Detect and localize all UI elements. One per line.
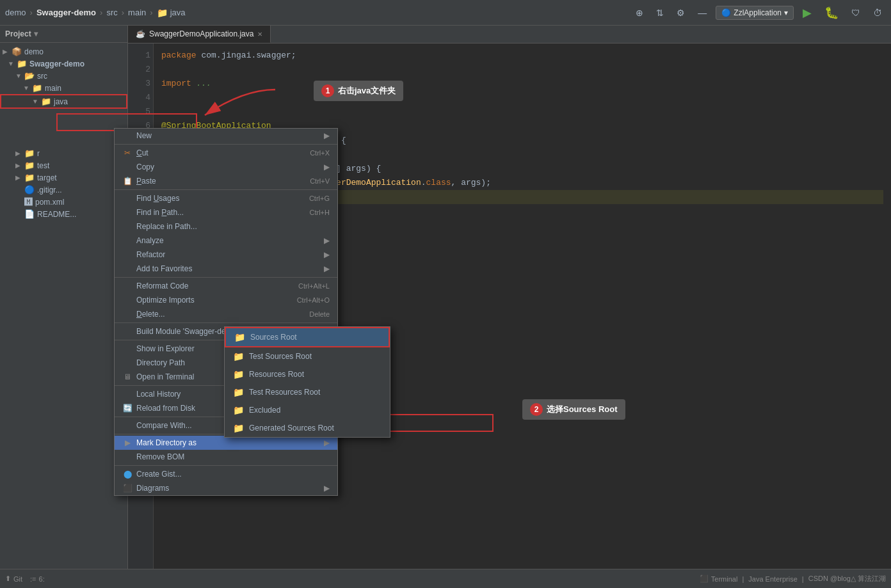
tree-label-demo: demo (24, 47, 44, 56)
submenu-label-sources: Sources Root (250, 333, 297, 342)
test-sources-icon: 📁 (232, 351, 244, 362)
java-enterprise-label: Java Enterprise (748, 575, 797, 583)
tree-item-main[interactable]: ▼ 📁 main (0, 82, 127, 94)
tree-arrow-src: ▼ (15, 72, 23, 79)
statusbar-git[interactable]: ⬆ Git (5, 575, 22, 583)
menu-separator-1 (115, 144, 337, 145)
callout-1: 1 右击java文件夹 (314, 81, 403, 101)
menu-label-analyze: Analyze (136, 236, 317, 245)
submenu-resources[interactable]: 📁 Resources Root (225, 365, 390, 383)
menu-item-favorites[interactable]: Add to Favorites ▶ (115, 262, 337, 276)
app-dropdown[interactable]: 🔵 ZzlApplication ▾ (716, 6, 794, 20)
paste-shortcut: Ctrl+V (310, 177, 330, 185)
tree-label-src: src (37, 72, 47, 81)
tree-arrow-swagger: ▼ (8, 60, 15, 67)
submenu-label-test-resources: Test Resources Root (249, 388, 320, 397)
menu-item-remove-bom[interactable]: Remove BOM (115, 450, 337, 464)
tree-item-r[interactable]: ▶ 📁 r (0, 147, 127, 159)
submenu-sources-root[interactable]: 📁 Sources Root (225, 327, 390, 347)
tree-label-readme: README... (37, 210, 76, 219)
menu-label-delete: Delete... (136, 310, 305, 319)
settings-button[interactable]: ⚙ (673, 6, 689, 19)
tree-item-swagger[interactable]: ▼ 📁 Swagger-demo (0, 58, 127, 70)
menu-item-replace[interactable]: Replace in Path... (115, 219, 337, 234)
breadcrumb-src: src (106, 8, 117, 17)
tree-arrow-test: ▶ (15, 162, 23, 169)
submenu-label-test: Test Sources Root (249, 352, 312, 361)
paste-icon: 📋 (122, 177, 132, 186)
editor-tab-main[interactable]: ☕ SwaggerDemoApplication.java ✕ (128, 26, 271, 43)
debug-button[interactable]: 🐛 (821, 4, 842, 21)
coverage-button[interactable]: 🛡 (847, 6, 864, 19)
mark-dir-icon: ▶ (122, 438, 132, 447)
menu-item-find-path[interactable]: Find in Path... Ctrl+H (115, 205, 337, 219)
tree-item-target[interactable]: ▶ 📁 target (0, 171, 127, 184)
layout-button[interactable]: ⇅ (652, 6, 668, 19)
profile-button[interactable]: ⏱ (869, 6, 886, 19)
menu-item-reformat[interactable]: Reformat Code Ctrl+Alt+L (115, 279, 337, 293)
statusbar-num[interactable]: := 6: (30, 575, 45, 583)
menu-label-optimize: Optimize Imports (136, 296, 293, 305)
terminal-label[interactable]: ⬛ (700, 575, 709, 583)
menu-item-cut[interactable]: ✂ Cut Ctrl+X (115, 146, 337, 160)
tree-label-test: test (37, 161, 49, 170)
menu-label-mark-dir: Mark Directory as (136, 438, 317, 447)
menu-item-paste[interactable]: 📋 Paste Ctrl+V (115, 174, 337, 188)
menu-item-refactor[interactable]: Refactor ▶ (115, 248, 337, 262)
menu-item-gist[interactable]: ⬤ Create Gist... (115, 467, 337, 481)
tree-icon-r: 📁 (24, 148, 35, 158)
tree-item-pom[interactable]: 🅼 pom.xml (0, 196, 127, 208)
sidebar-tree: ▶ 📦 demo ▼ 📁 Swagger-demo ▼ 📂 src ▼ 📁 ma… (0, 43, 127, 223)
breadcrumb: demo › Swagger-demo › src › main › 📁 jav… (5, 8, 185, 18)
menu-label-diagrams: Diagrams (136, 484, 317, 493)
add-config-button[interactable]: ⊕ (632, 6, 647, 19)
submenu-test-resources[interactable]: 📁 Test Resources Root (225, 383, 390, 401)
tree-item-gitignore[interactable]: 🔵 .gitigr... (0, 184, 127, 196)
tree-icon-main: 📁 (32, 83, 42, 93)
git-label: Git (13, 575, 22, 583)
tree-item-test[interactable]: ▶ 📁 test (0, 159, 127, 171)
callout-number-1: 1 (321, 84, 334, 97)
menu-separator-2 (115, 189, 337, 190)
tree-arrow-target: ▶ (15, 174, 23, 181)
submenu-test-sources[interactable]: 📁 Test Sources Root (225, 347, 390, 365)
tree-arrow-r: ▶ (15, 150, 23, 157)
tree-icon-test: 📁 (24, 161, 35, 170)
tree-icon-java: 📁 (41, 97, 51, 106)
mark-dir-arrow-icon: ▶ (324, 438, 330, 447)
menu-item-find-usages[interactable]: Find Usages Ctrl+G (115, 191, 337, 205)
reformat-shortcut: Ctrl+Alt+L (298, 282, 330, 290)
tree-item-readme[interactable]: 📄 README... (0, 208, 127, 220)
tree-item-java[interactable]: ▼ 📁 java (0, 94, 127, 109)
cut-icon: ✂ (122, 148, 132, 157)
menu-label-gist: Create Gist... (136, 470, 330, 479)
menu-item-optimize[interactable]: Optimize Imports Ctrl+Alt+O (115, 293, 337, 307)
tree-item-demo[interactable]: ▶ 📦 demo (0, 45, 127, 58)
submenu-excluded[interactable]: 📁 Excluded (225, 401, 390, 419)
menu-item-new[interactable]: New ▶ (115, 129, 337, 143)
favorites-arrow-icon: ▶ (324, 264, 330, 273)
sources-root-icon: 📁 (234, 331, 245, 343)
menu-item-delete[interactable]: Delete... Delete (115, 307, 337, 321)
analyze-arrow-icon: ▶ (324, 236, 330, 245)
close-tab-button[interactable]: ✕ (257, 31, 262, 38)
tab-label: SwaggerDemoApplication.java (149, 29, 253, 38)
app-name: ZzlApplication (734, 8, 782, 17)
submenu: 📁 Sources Root 📁 Test Sources Root 📁 Res… (224, 326, 390, 438)
menu-label-replace: Replace in Path... (136, 222, 330, 231)
menu-item-diagrams[interactable]: ⬛ Diagrams ▶ (115, 481, 337, 495)
minimize-button[interactable]: — (694, 6, 710, 19)
menu-item-copy[interactable]: Copy ▶ (115, 160, 337, 174)
menu-item-analyze[interactable]: Analyze ▶ (115, 234, 337, 248)
tree-item-src[interactable]: ▼ 📂 src (0, 70, 127, 82)
submenu-label-resources: Resources Root (249, 370, 304, 379)
submenu-generated[interactable]: 📁 Generated Sources Root (225, 419, 390, 437)
new-arrow-icon: ▶ (324, 131, 330, 140)
run-button[interactable]: ▶ (799, 4, 815, 21)
menu-item-mark-dir[interactable]: ▶ Mark Directory as ▶ (115, 436, 337, 450)
menu-separator-3 (115, 277, 337, 278)
git-icon: ⬆ (5, 575, 11, 583)
callout-number-2: 2 (530, 403, 543, 416)
app-icon: 🔵 (721, 8, 731, 17)
callout-2: 2 选择Sources Root (522, 399, 625, 420)
